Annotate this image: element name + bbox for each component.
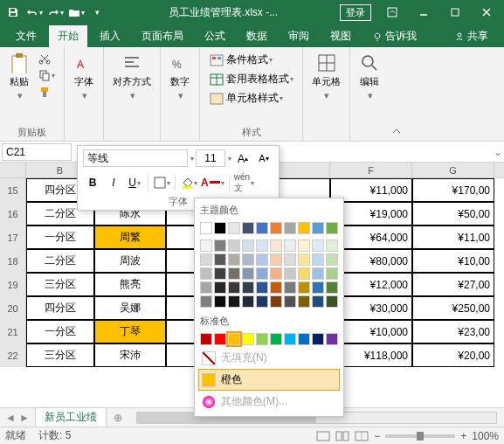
tab-view[interactable]: 视图 — [321, 25, 360, 47]
row-header[interactable]: 15 — [0, 178, 26, 202]
color-swatch[interactable] — [200, 267, 212, 280]
color-swatch[interactable] — [242, 295, 254, 308]
ribbon-options-icon[interactable] — [378, 2, 406, 23]
color-swatch[interactable] — [214, 281, 226, 294]
row-header[interactable]: 20 — [0, 296, 26, 320]
underline-button[interactable]: U▾ — [125, 173, 144, 192]
color-swatch[interactable] — [256, 295, 268, 308]
conditional-format-button[interactable]: 条件格式▾ — [206, 51, 276, 69]
cell[interactable]: 三分区 — [26, 273, 94, 296]
cell[interactable]: 周繁 — [94, 225, 166, 249]
tab-tellme[interactable]: 告诉我 — [363, 25, 425, 47]
tab-review[interactable]: 审阅 — [280, 25, 318, 47]
cell[interactable]: 二分区 — [26, 249, 94, 273]
sheet-next-icon[interactable]: ► — [19, 412, 30, 424]
expand-formula-icon[interactable]: ⌄ — [492, 146, 504, 158]
paste-button[interactable]: 粘贴▾ — [5, 51, 33, 103]
color-swatch[interactable] — [242, 222, 254, 234]
copy-button[interactable]: ▾ — [35, 67, 59, 83]
row-header[interactable]: 18 — [0, 249, 26, 273]
tab-data[interactable]: 数据 — [238, 25, 276, 47]
row-header[interactable]: 21 — [0, 320, 26, 343]
color-swatch[interactable] — [326, 239, 338, 252]
signin-button[interactable]: 登录 — [340, 4, 371, 21]
color-swatch[interactable] — [284, 281, 296, 294]
color-swatch[interactable] — [298, 333, 310, 345]
font-name-input[interactable] — [83, 149, 188, 167]
color-swatch[interactable] — [242, 253, 254, 266]
decrease-font-button[interactable]: A▾ — [254, 149, 273, 168]
sheet-tab[interactable]: 新员工业绩 — [35, 407, 107, 428]
cell[interactable]: 丁琴 — [94, 320, 166, 343]
increase-font-button[interactable]: A▴ — [233, 149, 252, 168]
more-colors-item[interactable]: 其他颜色(M)... — [198, 391, 340, 413]
tab-formula[interactable]: 公式 — [196, 25, 234, 47]
font-button[interactable]: A字体▾ — [70, 51, 98, 103]
color-swatch[interactable] — [312, 253, 324, 266]
tab-insert[interactable]: 插入 — [91, 25, 129, 47]
color-swatch[interactable] — [312, 295, 324, 308]
format-table-button[interactable]: 套用表格格式▾ — [206, 70, 297, 88]
collapse-ribbon-icon[interactable] — [389, 47, 404, 141]
cell[interactable]: ¥170,00 — [412, 178, 494, 202]
color-swatch[interactable] — [326, 222, 338, 234]
color-swatch[interactable] — [256, 267, 268, 280]
color-swatch[interactable] — [214, 222, 226, 234]
color-swatch[interactable] — [298, 281, 310, 294]
color-swatch[interactable] — [284, 222, 296, 234]
cell[interactable]: 宋沛 — [94, 343, 166, 367]
color-swatch[interactable] — [200, 333, 212, 345]
color-swatch[interactable] — [298, 253, 310, 266]
save-icon[interactable] — [3, 3, 23, 22]
color-swatch[interactable] — [228, 295, 240, 308]
color-swatch[interactable] — [242, 267, 254, 280]
cell[interactable]: 吴娜 — [94, 296, 166, 320]
color-swatch[interactable] — [270, 295, 282, 308]
color-swatch[interactable] — [270, 267, 282, 280]
zoom-out-icon[interactable]: − — [374, 430, 380, 442]
color-swatch[interactable] — [298, 295, 310, 308]
color-swatch[interactable] — [312, 333, 324, 345]
open-icon[interactable]: ▾ — [66, 3, 86, 22]
color-swatch[interactable] — [326, 267, 338, 280]
color-hover-item[interactable]: 橙色 — [198, 369, 340, 391]
new-sheet-icon[interactable]: ⊕ — [107, 412, 129, 424]
close-icon[interactable] — [473, 2, 501, 23]
cell[interactable]: ¥10,00 — [412, 249, 494, 273]
edit-button[interactable]: 编辑▾ — [356, 51, 383, 103]
font-color-button[interactable]: A▾ — [200, 173, 225, 192]
color-swatch[interactable] — [228, 253, 240, 266]
color-swatch[interactable] — [214, 253, 226, 266]
undo-icon[interactable]: ▾ — [24, 3, 44, 22]
color-swatch[interactable] — [284, 253, 296, 266]
row-header[interactable]: 22 — [0, 343, 26, 367]
color-swatch[interactable] — [284, 333, 296, 345]
borders-button[interactable]: ▾ — [152, 173, 171, 192]
color-swatch[interactable] — [214, 295, 226, 308]
row-header[interactable]: 17 — [0, 225, 26, 249]
zoom-slider[interactable] — [385, 434, 455, 438]
zoom-in-icon[interactable]: + — [460, 430, 466, 442]
color-swatch[interactable] — [256, 239, 268, 252]
view-normal-icon[interactable] — [316, 431, 330, 441]
sheet-prev-icon[interactable]: ◄ — [5, 412, 16, 424]
color-swatch[interactable] — [270, 222, 282, 234]
color-swatch[interactable] — [312, 281, 324, 294]
cell[interactable]: ¥20,00 — [412, 343, 494, 367]
color-swatch[interactable] — [270, 253, 282, 266]
color-swatch[interactable] — [200, 281, 212, 294]
cut-button[interactable] — [35, 51, 59, 66]
tab-home[interactable]: 开始 — [49, 25, 87, 47]
color-swatch[interactable] — [284, 267, 296, 280]
format-painter-button[interactable] — [35, 84, 59, 100]
cell[interactable]: 一分区 — [26, 320, 94, 343]
color-swatch[interactable] — [242, 281, 254, 294]
cell[interactable]: 四分区 — [26, 296, 94, 320]
number-button[interactable]: %数字▾ — [166, 51, 194, 103]
color-swatch[interactable] — [256, 281, 268, 294]
phonetic-button[interactable]: wén文▾ — [233, 173, 255, 192]
fill-color-button[interactable]: ▾ — [179, 173, 198, 192]
color-swatch[interactable] — [228, 239, 240, 252]
color-swatch[interactable] — [242, 239, 254, 252]
cell-styles-button[interactable]: 单元格样式▾ — [206, 89, 287, 108]
